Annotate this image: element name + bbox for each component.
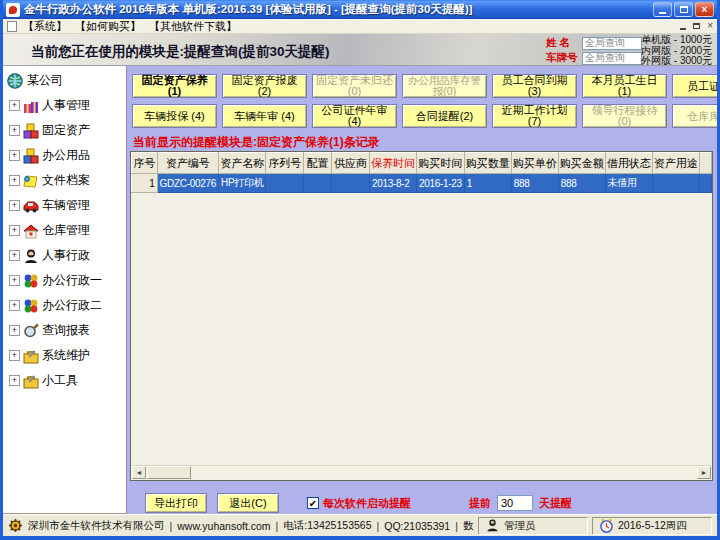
advance-label: 提前 [469, 496, 491, 511]
reminder-button-row-1: 固定资产保养 (1) 固定资产报废 (2) 固定资产未归还 (0) 办公用品库存… [132, 74, 717, 98]
gift-boxes-icon [23, 98, 39, 114]
expander-icon[interactable]: + [9, 225, 20, 236]
sidebar-item-hr-admin[interactable]: + 人事行政 [5, 243, 124, 268]
website-link[interactable]: www.yuhansoft.com [177, 520, 270, 532]
column-header[interactable]: 购买金额 [558, 153, 605, 174]
sidebar-item-office-supplies[interactable]: + 办公用品 [5, 143, 124, 168]
expander-icon[interactable]: + [9, 100, 20, 111]
status-bar: 深圳市金牛软件技术有限公司 | www.yuhansoft.com | 电话:1… [3, 514, 717, 536]
column-header[interactable]: 资产名称 [218, 153, 266, 174]
contract-reminder-button[interactable]: 合同提醒(2) [402, 104, 487, 128]
colored-balls-icon [23, 298, 39, 314]
maintenance-date-cell: 2013-8-2 [369, 174, 416, 193]
mdi-restore-button[interactable] [693, 23, 700, 29]
fixed-asset-maintenance-button[interactable]: 固定资产保养 (1) [132, 74, 217, 98]
tree-root-company[interactable]: 某公司 [7, 72, 124, 89]
mdi-minimize-button[interactable] [680, 23, 686, 30]
expander-icon[interactable]: + [9, 300, 20, 311]
expander-icon[interactable]: + [9, 250, 20, 261]
plate-label: 车牌号 [546, 51, 582, 65]
leader-schedule-reception-button: 领导行程接待 (0) [582, 104, 667, 128]
scroll-right-button[interactable]: ► [697, 466, 711, 479]
row-index-cell: 1 [132, 174, 158, 193]
gear-icon [8, 518, 23, 533]
sidebar-item-office-admin-1[interactable]: + 办公行政一 [5, 268, 124, 293]
sidebar-item-warehouse-management[interactable]: + 仓库管理 [5, 218, 124, 243]
house-icon [23, 223, 39, 239]
employee-birthday-button[interactable]: 本月员工生日(1) [582, 74, 667, 98]
column-header[interactable]: 序号 [132, 153, 158, 174]
days-suffix-label: 天提醒 [539, 496, 572, 511]
asset-code-cell: GDZC-00276 [157, 174, 218, 193]
column-header[interactable]: 供应商 [332, 153, 370, 174]
employee-certificate-expiry-button[interactable]: 员工证件到 [672, 74, 717, 98]
scrollbar-track[interactable] [191, 466, 697, 479]
expander-icon[interactable]: + [9, 275, 20, 286]
column-header [699, 153, 711, 174]
column-header[interactable]: 配置 [303, 153, 331, 174]
startup-reminder-checkbox[interactable]: ✔ [307, 497, 319, 509]
qq-number: QQ:21035391 [384, 520, 450, 532]
restore-button[interactable] [674, 2, 693, 17]
sidebar-item-fixed-assets[interactable]: + 固定资产 [5, 118, 124, 143]
person-icon [23, 248, 39, 264]
menu-other-downloads[interactable]: 【其他软件下载】 [149, 19, 237, 34]
vehicle-inspection-button[interactable]: 车辆年审 (4) [222, 104, 307, 128]
warehouse-stock-alert-button: 仓库库存警 [672, 104, 717, 128]
menu-system[interactable]: 【系统】 [23, 19, 67, 34]
sidebar-item-file-archive[interactable]: + 文件档案 [5, 168, 124, 193]
user-icon [485, 518, 500, 533]
vehicle-insurance-button[interactable]: 车辆投保 (4) [132, 104, 217, 128]
close-button[interactable]: × [695, 2, 714, 17]
company-name: 深圳市金牛软件技术有限公司 [28, 519, 165, 533]
current-user-panel: 管理员 [478, 517, 588, 535]
expander-icon[interactable]: + [9, 175, 20, 186]
scrollbar-thumb[interactable] [147, 466, 191, 479]
alarm-clock-icon [599, 518, 614, 533]
scroll-left-button[interactable]: ◄ [132, 466, 146, 479]
name-search-input[interactable] [582, 37, 642, 50]
expander-icon[interactable]: + [9, 325, 20, 336]
sidebar-item-small-tools[interactable]: + 小工具 [5, 368, 124, 393]
sidebar-item-hr-management[interactable]: + 人事管理 [5, 93, 124, 118]
cubes-icon [23, 123, 39, 139]
table-row[interactable]: 1 GDZC-00276 HP打印机 2013-8-2 2016-1-23 1 … [132, 174, 712, 193]
expander-icon[interactable]: + [9, 350, 20, 361]
column-header[interactable]: 资产用途 [652, 153, 699, 174]
mdi-close-button[interactable]: × [707, 21, 713, 31]
sidebar-item-office-admin-2[interactable]: + 办公行政二 [5, 293, 124, 318]
toolbox-icon [23, 373, 39, 389]
advance-days-input[interactable] [497, 495, 533, 511]
company-certificate-review-button[interactable]: 公司证件年审 (4) [312, 104, 397, 128]
current-date-panel: 2016-5-12周四 [592, 517, 712, 535]
column-header[interactable]: 资产编号 [157, 153, 218, 174]
column-header[interactable]: 借用状态 [605, 153, 652, 174]
employee-contract-expiry-button[interactable]: 员工合同到期(3) [492, 74, 577, 98]
exit-button[interactable]: 退出(C) [217, 493, 279, 513]
column-header[interactable]: 购买数量 [464, 153, 511, 174]
recent-work-plan-button[interactable]: 近期工作计划(7) [492, 104, 577, 128]
expander-icon[interactable]: + [9, 200, 20, 211]
office-supplies-stock-alert-button: 办公用品库存警报(0) [402, 74, 487, 98]
column-header[interactable]: 购买单价 [511, 153, 558, 174]
fixed-asset-scrap-button[interactable]: 固定资产报废 (2) [222, 74, 307, 98]
menu-how-to-buy[interactable]: 【如何购买】 [75, 19, 141, 34]
current-date-text: 2016-5-12周四 [618, 519, 687, 533]
reminder-button-row-2: 车辆投保 (4) 车辆年审 (4) 公司证件年审 (4) 合同提醒(2) 近期工… [132, 104, 717, 128]
expander-icon[interactable]: + [9, 150, 20, 161]
app-logo-icon [6, 3, 20, 17]
expander-icon[interactable]: + [9, 125, 20, 136]
globe-icon [7, 73, 23, 89]
expander-icon[interactable]: + [9, 375, 20, 386]
plate-search-input[interactable] [582, 52, 642, 65]
horizontal-scrollbar[interactable]: ◄ ► [132, 465, 711, 479]
column-header[interactable]: 购买时间 [416, 153, 464, 174]
sidebar-item-system-maintenance[interactable]: + 系统维护 [5, 343, 124, 368]
column-header-maintenance-time[interactable]: 保养时间 [369, 153, 416, 174]
sidebar-item-vehicle-management[interactable]: + 车辆管理 [5, 193, 124, 218]
minimize-button[interactable] [653, 2, 672, 17]
sidebar-item-query-reports[interactable]: + 查询报表 [5, 318, 124, 343]
column-header[interactable]: 序列号 [266, 153, 303, 174]
export-print-button[interactable]: 导出打印 [145, 493, 207, 513]
current-reminder-status-text: 当前显示的提醒模块是:固定资产保养(1)条记录 [133, 134, 380, 151]
